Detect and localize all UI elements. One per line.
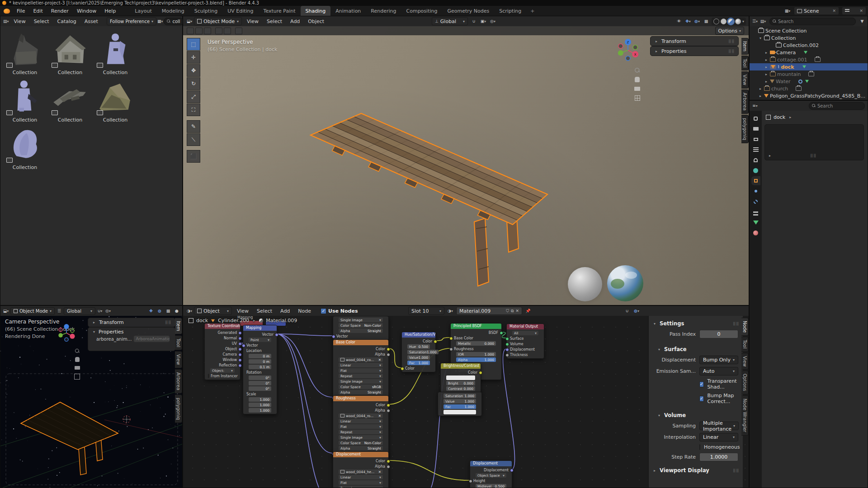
midlevel-field[interactable]: Midlevel0.500 [470,483,512,488]
volume-section-header[interactable]: ▾Volume [649,410,743,420]
collection-badge-icon[interactable] [796,86,802,91]
tab-compositing[interactable]: Compositing [401,6,443,16]
shader-menu-select[interactable]: Select [253,308,276,314]
socket-displacement[interactable]: Displacement [470,467,512,473]
properties-tab-world[interactable] [753,167,759,174]
camera-tab-item[interactable]: Item [175,318,182,334]
asset-menu-view[interactable]: View [10,19,30,24]
measure-tool[interactable]: ⟍ [187,133,200,146]
viewport-menu-view[interactable]: View [243,19,263,24]
add-workspace-button[interactable]: + [526,8,538,14]
breadcrumb-object[interactable]: dock [196,318,208,324]
shader-menu-add[interactable]: Add [276,308,294,314]
outliner-row-dock[interactable]: ▸⌇dock [750,63,868,70]
value-field[interactable]: Value1.000 [438,399,481,404]
input-socket[interactable] [449,347,453,351]
linear-dropdown[interactable]: Linear▾ [333,474,388,480]
panel-expand-icon[interactable]: ▸ [768,154,772,158]
annotate-tool[interactable]: ✎ [187,120,200,133]
shader-tab-view[interactable]: View [741,353,749,370]
output-socket[interactable] [238,331,242,335]
asset-menu-select[interactable]: Select [30,19,53,24]
menu-render[interactable]: Render [47,8,73,14]
socket-vector[interactable]: Vector [243,343,277,348]
outliner-editor-icon[interactable]: ☰▾ [751,18,759,24]
metallic-field[interactable]: Metallic0.000 [451,341,501,346]
display-size-icon[interactable]: ▦▾ [157,18,163,24]
asset-item-knight2[interactable]: Collection [3,77,47,123]
rotate-tool[interactable]: ↻ [187,77,200,90]
socket-alpha[interactable]: Alpha [333,408,388,413]
node-image-texture-base-color[interactable]: Base ColorColorAlphawood_0044_co...✕Line… [333,339,389,402]
orientation-dropdown[interactable]: ⊥ Global ▾ [432,17,468,25]
emission-sam--dropdown[interactable]: Auto▾ [699,367,738,375]
output-socket[interactable] [238,337,242,340]
outliner-row-collection-002[interactable]: Collection.002 [750,42,868,49]
output-socket[interactable] [510,469,514,472]
properties-editor-icon[interactable]: ≡▾ [751,103,759,109]
socket-surface[interactable]: Surface [507,336,544,341]
output-socket[interactable] [387,347,390,351]
socket-alpha[interactable]: Alpha [333,352,388,357]
panel-grip[interactable]: ⣿⣿ [728,39,735,43]
all-dropdown[interactable]: All▾ [507,330,544,336]
mesh-data-icon[interactable] [802,66,806,68]
properties-tab-tool[interactable] [753,115,759,122]
object--dropdown[interactable]: Object:▾ [205,368,240,373]
options-dropdown[interactable]: Options ▾ [715,27,744,35]
socket-color[interactable]: Color [441,370,481,375]
pin-icon[interactable]: 📌 [524,308,532,314]
output-socket[interactable] [238,347,242,351]
snap-toggle-a-icon[interactable] [215,28,222,34]
viewport-tab-view[interactable]: View [741,71,749,89]
properties-tab-material[interactable] [753,230,759,236]
asset-item-church[interactable]: Collection [3,30,47,75]
output-socket[interactable] [387,353,390,357]
tab-layout[interactable]: Layout [130,6,156,16]
expand-icon[interactable]: ▸ [764,58,769,62]
overlays-toggle-icon[interactable]: ◍▾ [633,308,640,314]
overlays-toggle-icon[interactable]: ◍ [156,308,163,314]
viewport-tab-tool[interactable]: Tool [741,56,749,70]
expand-icon[interactable]: ▸ [758,94,763,98]
panel-grip[interactable]: ⣿⣿ [733,469,739,473]
socket-vector[interactable]: Vector [243,332,277,337]
ortho-grid-icon[interactable] [635,95,640,101]
shader-menu-view[interactable]: View [233,308,253,314]
input-socket[interactable] [505,353,509,357]
scale-tool[interactable]: ⤢ [187,90,200,103]
breadcrumb-mesh[interactable]: Cylinder.200 [218,318,249,324]
snap-magnet-icon[interactable]: ∪▾ [96,308,104,314]
socket-camera[interactable]: Camera [205,352,240,357]
panel-grip[interactable]: ⣿⣿ [810,154,816,158]
shading-solid-icon[interactable] [721,19,726,24]
snap-magnet-icon[interactable]: ∪ [623,308,631,314]
outliner-row-scene-collection[interactable]: Scene Collection [750,27,868,34]
output-socket[interactable] [238,364,242,367]
color-space-dropdown[interactable]: Color SpaceNon-Color [333,440,388,446]
checkbox-from-instancer[interactable]: From Instancer [205,373,240,379]
dock-object[interactable] [183,16,749,305]
snap-toggle-c-icon[interactable] [235,28,242,34]
camera-orientation-dropdown[interactable]: Global ▾ [64,307,95,315]
tab-sculpting[interactable]: Sculpting [189,6,222,16]
outliner-row-poligon-grasspatchyground-4585-basecolor[interactable]: ▸Poligon_GrassPatchyGround_4585_BaseColo… [750,92,868,99]
proportional-edit-icon[interactable]: ◎▾ [489,18,496,24]
add-cube-tool[interactable]: ⬛ [187,150,200,163]
affect-parents-icon[interactable] [204,28,211,34]
bump-map-correct--checkbox[interactable]: ✓ [699,396,704,402]
value-field[interactable]: 0 m [243,353,277,359]
properties-tab-output[interactable] [753,136,759,142]
input-socket[interactable] [505,337,509,341]
camera-transform-panel[interactable]: ▸Transform ⣿⣿ [88,318,175,327]
expand-icon[interactable]: ▸ [764,72,769,76]
outliner-display-mode-icon[interactable]: ▤▾ [760,18,767,24]
camera-tab-arborea[interactable]: Arborea [175,369,182,394]
material-slot-dropdown[interactable]: Slot 10 ▾ [408,307,444,315]
repeat-dropdown[interactable]: Repeat▾ [333,485,388,488]
outliner-row-cottage-001[interactable]: ▸cottage.001 [750,56,868,63]
camera-mode-dropdown[interactable]: Object Mode ▾ [10,307,55,315]
material-name-field[interactable]: Material.009 ⛉ ⧉ ✕ [456,307,522,315]
navigation-gizmo[interactable] [54,320,81,347]
asset-item-cottage[interactable]: Collection [48,30,92,75]
